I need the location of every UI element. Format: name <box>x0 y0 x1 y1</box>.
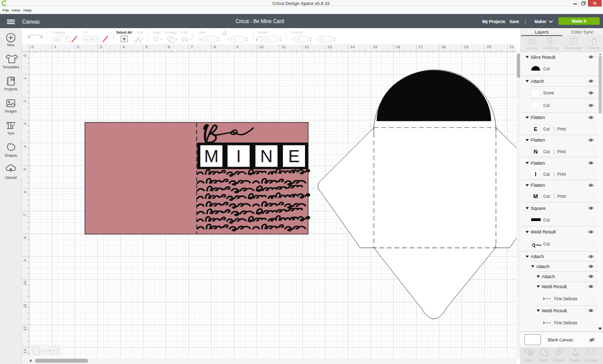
svg-text:Select All: Select All <box>117 31 132 34</box>
svg-text:|: | <box>525 19 526 24</box>
svg-text:Cut: Cut <box>543 103 550 108</box>
svg-text:Slice Result: Slice Result <box>531 55 556 60</box>
svg-text:Align: Align <box>153 31 160 35</box>
svg-text:My Projects: My Projects <box>482 20 506 24</box>
svg-text:Templates: Templates <box>3 65 20 69</box>
svg-text:8: 8 <box>23 236 27 238</box>
svg-text:12: 12 <box>23 326 27 330</box>
svg-text:100%: 100% <box>41 348 51 353</box>
svg-text:Print: Print <box>557 172 566 177</box>
svg-text:M: M <box>533 193 538 199</box>
svg-text:Flatten: Flatten <box>531 138 545 143</box>
svg-text:13: 13 <box>23 349 27 353</box>
svg-text:Rotate: Rotate <box>258 31 268 34</box>
svg-text:21: 21 <box>510 45 514 49</box>
svg-text:4: 4 <box>123 45 125 49</box>
svg-text:Cut: Cut <box>55 38 60 41</box>
svg-text:0: 0 <box>206 38 208 41</box>
svg-text:Blank Canvas: Blank Canvas <box>548 338 573 342</box>
svg-text:Position: Position <box>291 31 303 34</box>
svg-text:Weld Result: Weld Result <box>542 284 567 289</box>
svg-text:I: I <box>236 147 241 166</box>
svg-text:Flatten: Flatten <box>531 183 545 188</box>
svg-text:0: 0 <box>234 38 236 41</box>
svg-text:Images: Images <box>5 109 17 113</box>
svg-text:Attach: Attach <box>553 358 565 362</box>
svg-text:Edit: Edit <box>137 31 143 34</box>
svg-text:12: 12 <box>305 45 309 49</box>
svg-text:N: N <box>260 147 273 166</box>
svg-text:Print: Print <box>557 194 566 199</box>
svg-text:|: | <box>554 194 555 199</box>
svg-text:Maker: Maker <box>535 20 547 24</box>
svg-text:Cut: Cut <box>543 172 550 177</box>
svg-text:2: 2 <box>77 45 79 49</box>
svg-text:Shapes: Shapes <box>5 153 17 158</box>
svg-text:I: I <box>535 171 536 177</box>
svg-text:13: 13 <box>327 45 332 49</box>
svg-text:4: 4 <box>23 145 27 148</box>
svg-text:Upload: Upload <box>5 175 17 180</box>
svg-text:Score: Score <box>543 91 554 95</box>
svg-text:Cut: Cut <box>543 218 550 222</box>
svg-text:16: 16 <box>395 45 400 49</box>
svg-text:8: 8 <box>214 45 216 49</box>
svg-text:0: 0 <box>297 38 299 41</box>
svg-text:Flip: Flip <box>182 31 187 35</box>
svg-text:X: X <box>291 38 294 41</box>
svg-text:|: | <box>554 172 555 177</box>
svg-text:20: 20 <box>487 45 491 49</box>
svg-text:Size: Size <box>199 31 206 34</box>
svg-text:Y: Y <box>315 38 318 41</box>
svg-text:0: 0 <box>32 45 34 49</box>
svg-text:0: 0 <box>267 38 269 41</box>
svg-text:Square: Square <box>531 206 546 211</box>
svg-text:Text: Text <box>8 131 14 136</box>
svg-text:N: N <box>534 149 538 155</box>
svg-text:11: 11 <box>282 45 286 49</box>
svg-text:Cut: Cut <box>543 194 550 199</box>
svg-text:Flatten: Flatten <box>569 358 581 362</box>
svg-text:Group: Group <box>527 46 538 50</box>
svg-text:Print: Print <box>557 150 566 154</box>
svg-text:Arrange: Arrange <box>165 31 177 35</box>
svg-text:9: 9 <box>236 45 239 49</box>
svg-text:Layers: Layers <box>535 30 549 35</box>
svg-text:1: 1 <box>54 45 57 49</box>
svg-text:3: 3 <box>23 123 27 125</box>
svg-text:Weld Result: Weld Result <box>531 229 556 234</box>
svg-text:0: 0 <box>23 54 27 57</box>
svg-text:Cut: Cut <box>543 242 550 247</box>
svg-text:Cut: Cut <box>543 127 550 132</box>
svg-text:19: 19 <box>464 45 468 49</box>
svg-text:H: H <box>228 38 230 41</box>
svg-text:|: | <box>554 150 555 154</box>
svg-text:E: E <box>534 126 538 132</box>
svg-text:1: 1 <box>23 77 27 79</box>
svg-text:No Fill: No Fill <box>84 38 94 41</box>
svg-text:11: 11 <box>23 303 27 308</box>
svg-text:Print: Print <box>557 127 566 132</box>
svg-text:2: 2 <box>23 100 27 102</box>
svg-text:0: 0 <box>321 38 323 41</box>
svg-text:Slice: Slice <box>524 358 533 362</box>
svg-text:Weld Result: Weld Result <box>542 308 567 313</box>
svg-text:Make It: Make It <box>572 19 586 24</box>
svg-text:Attach: Attach <box>536 264 549 269</box>
svg-text:Projects: Projects <box>4 87 18 91</box>
svg-text:5: 5 <box>145 45 148 49</box>
svg-text:Weld: Weld <box>539 358 548 362</box>
svg-text:E: E <box>288 147 299 166</box>
svg-text:7: 7 <box>23 213 27 216</box>
svg-text:T: T <box>11 123 15 131</box>
svg-text:UnGroup: UnGroup <box>543 46 559 50</box>
svg-text:M: M <box>204 147 219 166</box>
svg-text:10: 10 <box>259 45 264 49</box>
svg-text:Cricut Design Space v5.8.15: Cricut Design Space v5.8.15 <box>272 1 330 6</box>
svg-text:Delete: Delete <box>588 46 600 50</box>
svg-text:|: | <box>554 127 555 132</box>
svg-text:Flatten: Flatten <box>531 161 545 166</box>
svg-text:W: W <box>199 38 203 41</box>
svg-text:Flatten: Flatten <box>531 115 545 120</box>
svg-text:9: 9 <box>23 259 27 262</box>
